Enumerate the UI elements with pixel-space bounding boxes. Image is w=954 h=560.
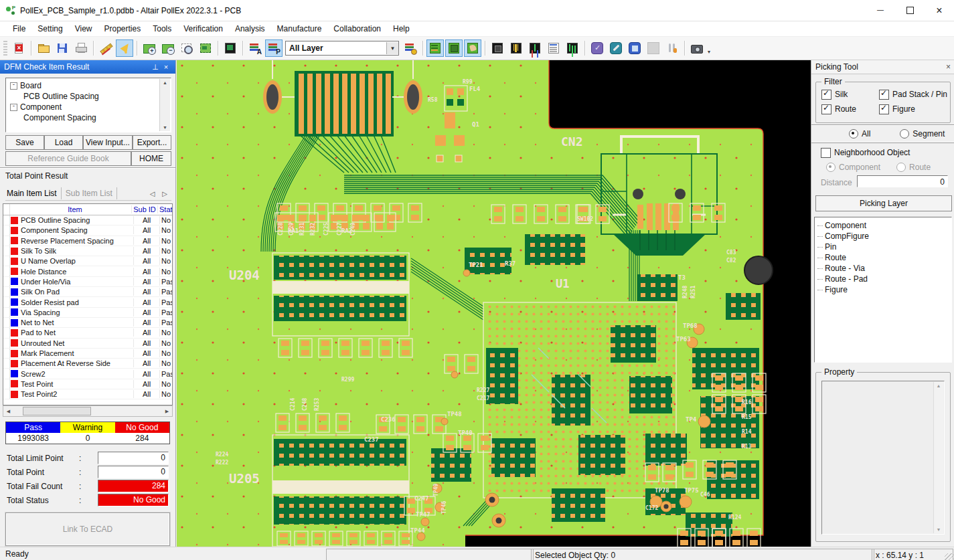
save-result-button[interactable]: Save	[5, 135, 44, 150]
menu-collaboration[interactable]: Collaboration	[327, 23, 387, 35]
fit-view-button[interactable]	[197, 39, 214, 57]
header-status[interactable]: Status	[158, 205, 172, 213]
board-component-button[interactable]	[445, 39, 463, 57]
menu-properties[interactable]: Properties	[98, 23, 147, 35]
view-input-button[interactable]: View Input...	[83, 135, 133, 150]
table-row[interactable]: Via SpacingAllPass	[3, 308, 172, 318]
menu-setting[interactable]: Setting	[31, 23, 68, 35]
board-top-button[interactable]	[426, 39, 444, 57]
table-row[interactable]: Unrouted NetAllNo Good	[3, 339, 172, 349]
tab-main-item-list[interactable]: Main Item List	[5, 187, 62, 199]
link-to-ecad-button[interactable]: Link To ECAD	[5, 512, 170, 546]
scroll-right-icon[interactable]: ▶	[162, 409, 172, 414]
list-item-pin[interactable]: Pin	[815, 242, 951, 252]
net-view-button[interactable]	[507, 39, 525, 57]
expander-icon[interactable]: -	[10, 104, 17, 111]
export-tool-button[interactable]	[626, 39, 643, 57]
table-row[interactable]: Mark PlacementAllNo Good	[3, 349, 172, 359]
table-hscrollbar[interactable]: ◀ ▶	[3, 405, 173, 417]
tab-scroll-arrows[interactable]: ◁ ▷	[150, 190, 171, 197]
resize-grip[interactable]	[945, 553, 954, 560]
table-row[interactable]: Silk To SilkAllNo Good	[3, 246, 172, 256]
header-item[interactable]: Item	[19, 205, 132, 213]
list-item-figure[interactable]: Figure	[815, 284, 951, 295]
menu-tools[interactable]: Tools	[147, 23, 177, 35]
menu-manufacture[interactable]: Manufacture	[271, 23, 328, 35]
property-box[interactable]: ▲ ▼	[821, 381, 945, 535]
table-row[interactable]: Pad to NetAllNo Good	[3, 328, 172, 338]
menu-help[interactable]: Help	[387, 23, 416, 35]
tree-scrollbar[interactable]: ▲▼	[159, 79, 170, 131]
pcb-viewport[interactable]: CN2U1U204U205FL4R99R58Q1RA1RA2SW102TP21R…	[177, 60, 811, 547]
minimize-icon[interactable]	[866, 0, 895, 21]
table-row[interactable]: PCB Outline SpacingAllNo Good	[3, 215, 172, 225]
tree-item-pcb-outline-spacing[interactable]: PCB Outline Spacing	[10, 91, 171, 102]
artwork-layers-button[interactable]	[246, 39, 264, 57]
axis-view-button[interactable]	[526, 39, 544, 57]
home-button[interactable]: HOME	[131, 151, 171, 166]
table-header[interactable]: Item Sub ID Status	[3, 204, 172, 215]
table-row[interactable]: Test Point2AllNo Good	[3, 389, 172, 399]
scope-all-radio[interactable]	[849, 129, 858, 138]
checkbox[interactable]	[821, 104, 831, 114]
neighborhood-checkbox[interactable]	[821, 148, 831, 158]
table-row[interactable]: Net to NetAllPass	[3, 318, 172, 328]
distance-input[interactable]: 0	[857, 175, 948, 187]
chevron-down-icon[interactable]: ▼	[386, 42, 398, 54]
check-tool-button[interactable]	[588, 39, 606, 57]
print-button[interactable]	[72, 39, 90, 57]
tree-item-board[interactable]: -Board	[10, 80, 171, 91]
close-icon[interactable]: ×	[161, 63, 171, 71]
table-row[interactable]: Reverse Placement SpacingAllNo Good	[3, 236, 172, 246]
list-item-component[interactable]: Component	[815, 220, 951, 231]
object-type-list[interactable]: ComponentCompFigurePinRouteRoute - ViaRo…	[814, 217, 952, 363]
table-row[interactable]: Screw2AllPass	[3, 369, 172, 379]
zoom-out-button[interactable]	[159, 39, 177, 57]
pin-icon[interactable]: ⊥	[150, 63, 161, 72]
tab-sub-item-list[interactable]: Sub Item List	[62, 187, 117, 199]
checkbox[interactable]	[879, 90, 889, 100]
list-item-route[interactable]: Route	[815, 252, 951, 263]
close-icon[interactable]: ×	[946, 62, 951, 72]
list-item-compfigure[interactable]: CompFigure	[815, 231, 951, 242]
neighborhood-route-radio[interactable]	[896, 163, 906, 172]
toolbar-grip[interactable]	[3, 41, 7, 56]
table-row[interactable]: Hole DistanceAllNo Good	[3, 266, 172, 276]
property-scrollbar[interactable]: ▲ ▼	[933, 382, 943, 533]
scrollbar-thumb[interactable]	[23, 407, 91, 415]
list-item-route-pad[interactable]: Route - Pad	[815, 274, 951, 284]
table-row[interactable]: Placement At Reverse SideAllNo Good	[3, 359, 172, 369]
pcb-canvas[interactable]: CN2U1U204U205FL4R99R58Q1RA1RA2SW102TP21R…	[177, 60, 811, 547]
export-button[interactable]: Export...	[133, 135, 171, 150]
board-pick-button[interactable]	[464, 39, 481, 57]
board-view-button[interactable]	[222, 39, 239, 57]
table-row[interactable]: Solder Resist padAllPass	[3, 297, 172, 307]
dfm-tree[interactable]: -BoardPCB Outline Spacing-ComponentCompo…	[5, 78, 171, 132]
tree-item-component-spacing[interactable]: Component Spacing	[10, 112, 171, 123]
component-view-button[interactable]	[489, 39, 506, 57]
tree-item-component[interactable]: -Component	[10, 102, 171, 112]
load-result-button[interactable]: Load	[44, 135, 83, 150]
list-item-route-via[interactable]: Route - Via	[815, 263, 951, 274]
checkbox[interactable]	[879, 104, 889, 114]
toolbar-overflow-icon[interactable]: ▾	[708, 49, 710, 55]
table-row[interactable]: Test PointAllNo Good	[3, 379, 172, 389]
scroll-left-icon[interactable]: ◀	[3, 409, 13, 414]
checkbox[interactable]	[821, 90, 831, 100]
neighborhood-component-radio[interactable]	[826, 163, 836, 172]
measure-button[interactable]	[97, 39, 114, 57]
tree-view-button[interactable]	[564, 39, 581, 57]
snapshot-button[interactable]	[688, 39, 706, 57]
picking-layer-button[interactable]: Picking Layer	[815, 195, 952, 211]
physical-layers-button[interactable]	[265, 39, 283, 57]
scope-segment-radio[interactable]	[900, 129, 909, 138]
table-row[interactable]: U Name OverlapAllNo Good	[3, 256, 172, 266]
save-button[interactable]	[54, 39, 71, 57]
layer-select[interactable]: All Layer ▼	[285, 41, 399, 56]
header-sub-id[interactable]: Sub ID	[132, 205, 158, 213]
expander-icon[interactable]: -	[10, 82, 17, 90]
close-icon[interactable]	[925, 0, 954, 21]
maximize-icon[interactable]	[895, 0, 925, 21]
menu-verification[interactable]: Verification	[177, 23, 229, 35]
menu-analysis[interactable]: Analysis	[229, 23, 271, 35]
